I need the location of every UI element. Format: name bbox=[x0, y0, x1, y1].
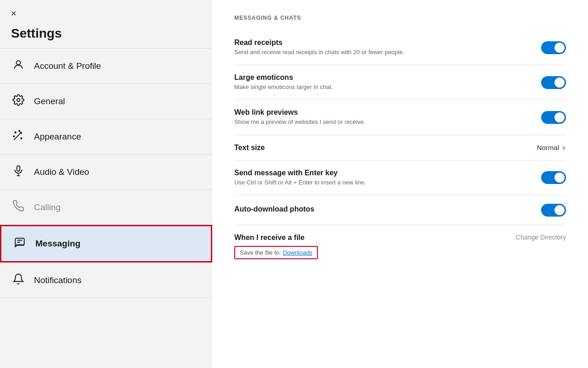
setting-info: Large emoticonsMake single emoticons lar… bbox=[234, 73, 541, 91]
toggle-send-message[interactable] bbox=[541, 171, 566, 184]
sidebar-item-general[interactable]: General bbox=[0, 84, 212, 119]
file-save-box: Save the file to: Downloads bbox=[234, 246, 318, 259]
toggle-slider[interactable] bbox=[541, 111, 566, 124]
setting-title: Large emoticons bbox=[234, 73, 530, 82]
setting-row-send-message: Send message with Enter keyUse Ctrl or S… bbox=[234, 161, 566, 195]
toggle-slider[interactable] bbox=[541, 204, 566, 217]
svg-point-1 bbox=[17, 99, 20, 102]
file-save-link[interactable]: Downloads bbox=[283, 249, 312, 256]
setting-row-read-receipts: Read receiptsSend and receive read recei… bbox=[234, 30, 566, 65]
setting-info: Read receiptsSend and receive read recei… bbox=[234, 39, 541, 56]
sidebar: × Settings Account & ProfileGeneralAppea… bbox=[0, 0, 212, 368]
setting-desc: Use Ctrl or Shift or Alt + Enter to inse… bbox=[234, 178, 530, 187]
file-save-col: When I receive a fileSave the file to: D… bbox=[234, 234, 318, 259]
sidebar-item-label: Messaging bbox=[35, 239, 80, 249]
setting-desc: Send and receive read receipts in chats … bbox=[234, 48, 530, 56]
mic-icon bbox=[11, 165, 26, 179]
section-header: MESSAGING & CHATS bbox=[234, 15, 566, 21]
setting-title: Read receipts bbox=[234, 39, 530, 47]
sidebar-item-account[interactable]: Account & Profile bbox=[0, 48, 212, 84]
main-content: MESSAGING & CHATS Read receiptsSend and … bbox=[212, 0, 588, 368]
setting-title: Auto-download photos bbox=[234, 205, 530, 213]
toggle-slider[interactable] bbox=[541, 41, 566, 54]
sidebar-nav: Account & ProfileGeneralAppearanceAudio … bbox=[0, 48, 212, 368]
close-button[interactable]: × bbox=[0, 0, 28, 22]
setting-desc: Make single emoticons larger in chat. bbox=[234, 83, 530, 91]
toggle-web-link-previews[interactable] bbox=[541, 111, 566, 124]
setting-title: When I receive a file bbox=[234, 234, 318, 242]
sidebar-item-messaging[interactable]: Messaging bbox=[0, 225, 212, 262]
setting-title: Send message with Enter key bbox=[234, 169, 530, 177]
svg-point-5 bbox=[13, 136, 14, 137]
setting-row-text-size: Text sizeNormal∨ bbox=[234, 135, 566, 161]
chat-icon bbox=[12, 236, 27, 251]
sidebar-item-label: Appearance bbox=[34, 132, 81, 142]
sidebar-item-label: Calling bbox=[34, 202, 61, 212]
setting-title: Text size bbox=[234, 144, 265, 152]
sidebar-item-label: Notifications bbox=[34, 275, 82, 285]
sidebar-item-audio-video[interactable]: Audio & Video bbox=[0, 154, 212, 190]
toggle-slider[interactable] bbox=[541, 76, 566, 89]
svg-point-6 bbox=[19, 130, 20, 131]
change-directory-button[interactable]: Change Directory bbox=[516, 234, 566, 241]
setting-desc: Show me a preview of websites I send or … bbox=[234, 118, 530, 126]
toggle-auto-download[interactable] bbox=[541, 204, 566, 217]
dropdown-text-size[interactable]: Normal∨ bbox=[537, 144, 566, 151]
file-save-label: Save the file to: bbox=[240, 249, 281, 256]
setting-row-when-receive-file: When I receive a fileSave the file to: D… bbox=[234, 225, 566, 268]
toggle-slider[interactable] bbox=[541, 171, 566, 184]
phone-icon bbox=[11, 200, 26, 215]
sidebar-item-calling[interactable]: Calling bbox=[0, 190, 212, 225]
wand-icon bbox=[11, 129, 26, 144]
setting-info: Send message with Enter keyUse Ctrl or S… bbox=[234, 169, 541, 187]
svg-point-3 bbox=[15, 132, 16, 133]
svg-point-0 bbox=[17, 61, 21, 65]
setting-title: Web link previews bbox=[234, 108, 530, 117]
bell-icon bbox=[11, 273, 26, 288]
svg-point-4 bbox=[21, 138, 22, 139]
sidebar-item-notifications[interactable]: Notifications bbox=[0, 262, 212, 298]
toggle-large-emoticons[interactable] bbox=[541, 76, 566, 89]
svg-rect-10 bbox=[15, 238, 24, 245]
setting-row-auto-download: Auto-download photos bbox=[234, 195, 566, 225]
sidebar-item-label: General bbox=[34, 96, 65, 106]
toggle-read-receipts[interactable] bbox=[541, 41, 566, 54]
sidebar-item-appearance[interactable]: Appearance bbox=[0, 119, 212, 154]
setting-row-web-link-previews: Web link previewsShow me a preview of we… bbox=[234, 100, 566, 135]
chevron-down-icon: ∨ bbox=[562, 145, 566, 151]
sidebar-item-label: Audio & Video bbox=[34, 167, 89, 177]
svg-rect-7 bbox=[17, 166, 20, 171]
sidebar-item-label: Account & Profile bbox=[34, 61, 101, 71]
dropdown-value: Normal bbox=[537, 144, 559, 151]
person-icon bbox=[11, 59, 26, 73]
setting-row-large-emoticons: Large emoticonsMake single emoticons lar… bbox=[234, 65, 566, 100]
setting-info: Auto-download photos bbox=[234, 205, 541, 215]
settings-title: Settings bbox=[0, 22, 212, 48]
gear-icon bbox=[11, 94, 26, 109]
setting-info: Web link previewsShow me a preview of we… bbox=[234, 108, 541, 126]
